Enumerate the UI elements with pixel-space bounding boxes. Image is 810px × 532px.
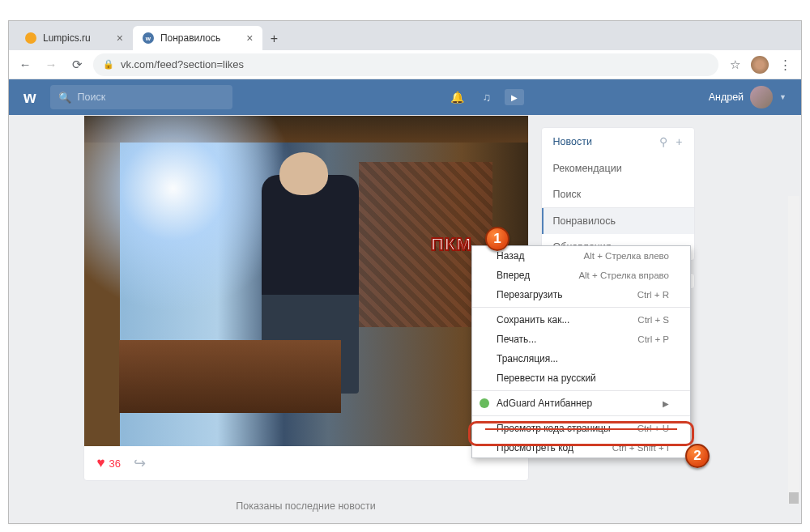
tab-lumpics[interactable]: Lumpics.ru × (15, 26, 133, 50)
search-placeholder: Поиск (78, 92, 106, 103)
search-input[interactable]: 🔍 Поиск (50, 85, 232, 109)
ctx-translate[interactable]: Перевести на русский (472, 368, 690, 388)
share-button[interactable]: ↪ (134, 454, 146, 472)
ctx-label: Вперед (497, 270, 530, 281)
sidebar-item-news[interactable]: Новости ⚲ + (542, 128, 694, 155)
ctx-label: Назад (497, 250, 524, 262)
ctx-cast[interactable]: Трансляция... (472, 349, 690, 368)
notifications-icon[interactable]: 🔔 (446, 86, 469, 109)
like-button[interactable]: ♥ 36 (97, 455, 122, 471)
ctx-save-as[interactable]: Сохранить как... Ctrl + S (472, 310, 690, 330)
ctx-adguard[interactable]: AdGuard Антибаннер ▶ (472, 394, 690, 413)
close-tab-icon[interactable]: × (117, 32, 123, 45)
feed-status: Показаны последние новости (83, 500, 529, 512)
post-card: ♥ 36 ↪ (83, 115, 529, 481)
post-photo[interactable] (84, 116, 528, 446)
sidebar-item-label: Поиск (553, 189, 582, 200)
tab-strip: Lumpics.ru × w Понравилось × + (9, 21, 801, 50)
sidebar-item-likes[interactable]: Понравилось (542, 208, 694, 234)
forward-button: → (41, 55, 61, 74)
scrollbar[interactable] (788, 196, 799, 504)
favicon-icon (25, 32, 36, 44)
tab-vk-likes[interactable]: w Понравилось × (133, 26, 263, 50)
filter-icon[interactable]: ⚲ (659, 135, 667, 148)
address-bar: ← → ⟳ 🔒 vk.com/feed?section=likes ☆ ⋮ (9, 50, 801, 79)
heart-icon: ♥ (97, 455, 105, 471)
username-label: Андрей (709, 92, 744, 103)
annotation-badge-2: 2 (685, 444, 710, 468)
ctx-shortcut: Ctrl + Shift + I (612, 443, 669, 453)
ctx-back[interactable]: Назад Alt + Стрелка влево (472, 246, 690, 266)
sidebar-item-search[interactable]: Поиск (542, 181, 694, 207)
lock-icon: 🔒 (103, 59, 114, 70)
avatar (750, 86, 773, 109)
sidebar-item-label: Понравилось (553, 215, 616, 227)
annotation-badge-1: 1 (485, 227, 509, 251)
ctx-shortcut: Ctrl + S (637, 315, 669, 325)
ctx-reload[interactable]: Перезагрузить Ctrl + R (472, 285, 690, 304)
ctx-label: Перезагрузить (497, 289, 562, 300)
ctx-shortcut: Alt + Стрелка вправо (578, 270, 669, 280)
scroll-thumb[interactable] (789, 492, 799, 504)
play-icon[interactable]: ▶ (505, 89, 524, 105)
ctx-label: AdGuard Антибаннер (497, 398, 592, 409)
ctx-inspect[interactable]: Просмотреть код Ctrl + Shift + I (472, 438, 690, 458)
sidebar-nav: Новости ⚲ + Рекомендации Поиск По (541, 127, 695, 261)
chevron-down-icon: ▼ (779, 93, 787, 101)
music-icon[interactable]: ♫ (475, 86, 498, 109)
ctx-shortcut: Alt + Стрелка влево (584, 251, 669, 261)
sidebar-item-recommendations[interactable]: Рекомендации (542, 155, 694, 181)
close-tab-icon[interactable]: × (246, 32, 253, 45)
back-button[interactable]: ← (15, 55, 35, 74)
search-icon: 🔍 (58, 92, 71, 104)
context-menu: Назад Alt + Стрелка влево Вперед Alt + С… (471, 245, 691, 458)
ctx-label: Просмотр кода страницы (497, 423, 611, 434)
ctx-view-source[interactable]: Просмотр кода страницы Ctrl + U (472, 419, 690, 438)
ctx-label: Сохранить как... (497, 314, 569, 326)
chrome-menu-icon[interactable]: ⋮ (775, 55, 795, 74)
ctx-shortcut: Ctrl + P (637, 334, 669, 344)
vk-header: w 🔍 Поиск 🔔 ♫ ▶ Андрей ▼ (9, 79, 801, 115)
favicon-icon: w (143, 32, 154, 44)
ctx-label: Трансляция... (497, 353, 558, 364)
chevron-right-icon: ▶ (663, 399, 669, 408)
plus-icon[interactable]: + (676, 135, 682, 148)
share-icon: ↪ (134, 455, 146, 471)
sidebar-item-label: Рекомендации (553, 163, 622, 174)
like-count: 36 (109, 458, 121, 470)
profile-avatar-icon[interactable] (751, 56, 769, 74)
reload-button[interactable]: ⟳ (67, 55, 87, 74)
ctx-label: Перевести на русский (497, 372, 596, 384)
user-menu[interactable]: Андрей ▼ (709, 86, 787, 109)
bookmark-star-icon[interactable]: ☆ (725, 55, 744, 74)
ctx-label: Просмотреть код (497, 442, 573, 453)
tab-label: Понравилось (160, 32, 220, 44)
ctx-print[interactable]: Печать... Ctrl + P (472, 330, 690, 349)
ctx-shortcut: Ctrl + U (637, 423, 669, 433)
ctx-shortcut: Ctrl + R (637, 290, 669, 300)
url-text: vk.com/feed?section=likes (121, 58, 244, 70)
tab-label: Lumpics.ru (43, 32, 91, 44)
vk-logo-icon[interactable]: w (23, 88, 36, 107)
annotation-pkm: ПКМ (431, 234, 472, 255)
ctx-forward[interactable]: Вперед Alt + Стрелка вправо (472, 266, 690, 285)
sidebar-item-label: Новости (553, 136, 592, 147)
ctx-label: Печать... (497, 334, 536, 345)
new-tab-button[interactable]: + (262, 28, 285, 50)
url-input[interactable]: 🔒 vk.com/feed?section=likes (93, 53, 718, 76)
